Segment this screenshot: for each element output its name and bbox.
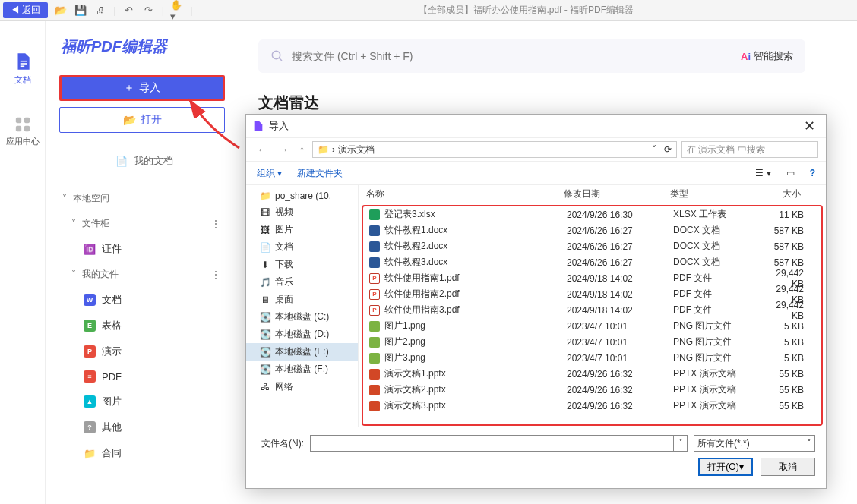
folder-icon: 📁: [84, 448, 96, 459]
dialog-close-icon[interactable]: ✕: [799, 118, 820, 134]
col-type[interactable]: 类型: [670, 187, 761, 200]
tree-item[interactable]: 🖼图片: [246, 221, 358, 238]
nav-fwd-icon[interactable]: →: [275, 143, 292, 156]
path-refresh-icon[interactable]: ⟳: [664, 144, 672, 155]
filetype-icon: [369, 273, 380, 284]
sidebar-cabinet[interactable]: ˅ 文件柜 ⋮: [59, 211, 229, 236]
tree-icon: 🖼: [260, 225, 270, 235]
search-icon: [270, 49, 284, 63]
organize-menu[interactable]: 组织 ▾: [257, 167, 282, 180]
filename-dropdown-icon[interactable]: ˅: [674, 435, 688, 452]
undo-icon[interactable]: ↶: [122, 4, 136, 17]
tree-item[interactable]: 💽本地磁盘 (F:): [246, 361, 358, 378]
sidebar-mydocs[interactable]: 📄 我的文档: [59, 148, 229, 174]
svg-rect-3: [15, 118, 21, 123]
search-input[interactable]: [292, 50, 733, 62]
filetype-filter[interactable]: 所有文件(*.*)˅: [694, 435, 815, 452]
filetype-icon: [369, 353, 380, 364]
app-logo: 福昕PDF编辑器: [59, 36, 229, 57]
newfolder-button[interactable]: 新建文件夹: [297, 167, 343, 180]
tree-item[interactable]: 🎞视频: [246, 203, 358, 221]
open-button[interactable]: 📂 打开: [59, 107, 225, 133]
ai-search[interactable]: Ai 智能搜索: [741, 49, 793, 63]
col-size[interactable]: 大小: [761, 187, 805, 200]
tree-icon: 📁: [260, 191, 270, 201]
file-columns-header[interactable]: 名称 修改日期 类型 大小: [359, 185, 826, 203]
svg-rect-4: [24, 118, 29, 123]
search-bar[interactable]: Ai 智能搜索: [258, 39, 805, 73]
folder-icon: 📁: [318, 144, 329, 155]
tree-item[interactable]: 💽本地磁盘 (D:): [246, 326, 358, 343]
tree-item[interactable]: ⬇下载: [246, 256, 358, 273]
file-row[interactable]: 软件教程3.docx2024/6/26 16:27DOCX 文档587 KB: [363, 254, 821, 270]
nav-apps[interactable]: 应用中心: [6, 116, 40, 147]
view-mode-icon[interactable]: ☰ ▾: [755, 168, 770, 178]
tree-item[interactable]: 🖥桌面: [246, 291, 358, 308]
file-row[interactable]: 图片2.png2023/4/7 10:01PNG 图片文件5 KB: [363, 334, 821, 350]
sidebar-local[interactable]: ˅ 本地空间: [59, 186, 229, 211]
dialog-titlebar: 导入 ✕: [246, 115, 826, 137]
type-icon: W: [84, 294, 96, 306]
filename-label: 文件名(N):: [257, 437, 304, 450]
tree-item[interactable]: 🖧网络: [246, 378, 358, 395]
file-dialog: 导入 ✕ ← → ↑ 📁 › 演示文档 ˅ ⟳ 在 演示文档 中搜索 组织 ▾ …: [245, 114, 827, 489]
tree-icon: 🖥: [260, 295, 270, 305]
file-row[interactable]: 软件教程1.docx2024/6/26 16:27DOCX 文档587 KB: [363, 222, 821, 238]
file-row[interactable]: 演示文稿3.pptx2024/9/26 16:32PPTX 演示文稿55 KB: [363, 398, 821, 414]
dialog-search[interactable]: 在 演示文档 中搜索: [681, 141, 818, 158]
file-row[interactable]: 软件使用指南2.pdf2024/9/18 14:02PDF 文件29,442 K…: [363, 286, 821, 302]
path-dropdown-icon[interactable]: ˅: [652, 144, 656, 155]
tree-item[interactable]: 📁po_share (10.: [246, 188, 358, 203]
back-button[interactable]: ◀ 返回: [3, 2, 48, 18]
tree-item[interactable]: 📄文档: [246, 238, 358, 256]
sidebar-cert[interactable]: 🆔 证件: [59, 236, 229, 262]
sidebar-type-表格[interactable]: E表格: [59, 313, 229, 339]
filename-input[interactable]: [310, 435, 674, 452]
hand-icon[interactable]: ✋▾: [170, 4, 184, 17]
open-folder-icon[interactable]: 📂: [54, 4, 68, 17]
redo-icon[interactable]: ↷: [142, 4, 156, 17]
help-icon[interactable]: ?: [810, 168, 815, 178]
file-row[interactable]: 图片1.png2023/4/7 10:01PNG 图片文件5 KB: [363, 318, 821, 334]
preview-pane-icon[interactable]: ▭: [786, 168, 795, 178]
file-row[interactable]: 演示文稿2.pptx2024/9/26 16:32PPTX 演示文稿55 KB: [363, 382, 821, 398]
print-icon[interactable]: 🖨: [93, 4, 107, 17]
file-row[interactable]: 登记表3.xlsx2024/9/26 16:30XLSX 工作表11 KB: [363, 206, 821, 222]
sidebar-type-演示[interactable]: P演示: [59, 339, 229, 364]
tree-icon: 💽: [260, 364, 270, 375]
tree-item[interactable]: 💽本地磁盘 (C:): [246, 308, 358, 326]
sidebar-type-其他[interactable]: ?其他: [59, 414, 229, 440]
nav-up-icon[interactable]: ↑: [296, 143, 308, 156]
dialog-app-icon: [252, 120, 264, 132]
filetype-icon: [369, 209, 380, 220]
path-box[interactable]: 📁 › 演示文档 ˅ ⟳: [312, 141, 677, 158]
filetype-icon: [369, 241, 380, 252]
file-row[interactable]: 演示文稿1.pptx2024/9/26 16:32PPTX 演示文稿55 KB: [363, 366, 821, 382]
sidebar-type-文档[interactable]: W文档: [59, 287, 229, 313]
nav-docs[interactable]: 文档: [13, 52, 33, 86]
file-row[interactable]: 软件使用指南1.pdf2024/9/18 14:02PDF 文件29,442 K…: [363, 270, 821, 286]
dialog-open-button[interactable]: 打开(O) ▾: [698, 458, 753, 476]
tree-item[interactable]: 💽本地磁盘 (E:): [246, 343, 358, 361]
dialog-footer: 文件名(N): ˅ 所有文件(*.*)˅ 打开(O) ▾ 取消: [246, 427, 826, 488]
file-row[interactable]: 图片3.png2023/4/7 10:01PNG 图片文件5 KB: [363, 350, 821, 366]
folder-tree[interactable]: 📁po_share (10.🎞视频🖼图片📄文档⬇下载🎵音乐🖥桌面💽本地磁盘 (C…: [246, 185, 359, 427]
section-title: 文档雷达: [258, 93, 834, 113]
file-row[interactable]: 软件使用指南3.pdf2024/9/18 14:02PDF 文件29,442 K…: [363, 302, 821, 318]
col-name[interactable]: 名称: [366, 187, 564, 200]
tree-icon: 🎵: [260, 277, 270, 288]
save-icon[interactable]: 💾: [74, 4, 87, 17]
type-icon: P: [84, 345, 96, 358]
sidebar-type-合同[interactable]: 📁合同: [59, 440, 229, 466]
file-row[interactable]: 软件教程2.docx2024/6/26 16:27DOCX 文档587 KB: [363, 238, 821, 254]
sidebar-type-图片[interactable]: ▲图片: [59, 389, 229, 414]
col-date[interactable]: 修改日期: [564, 187, 670, 200]
nav-back-icon[interactable]: ←: [254, 143, 270, 156]
dialog-cancel-button[interactable]: 取消: [761, 458, 815, 476]
svg-rect-5: [15, 126, 21, 131]
file-list[interactable]: 登记表3.xlsx2024/9/26 16:30XLSX 工作表11 KB软件教…: [362, 205, 823, 426]
import-button[interactable]: ＋ 导入: [59, 75, 225, 101]
tree-item[interactable]: 🎵音乐: [246, 273, 358, 291]
sidebar-type-PDF[interactable]: ≡PDF: [59, 364, 229, 389]
sidebar-myfiles[interactable]: ˅ 我的文件 ⋮: [59, 262, 229, 287]
